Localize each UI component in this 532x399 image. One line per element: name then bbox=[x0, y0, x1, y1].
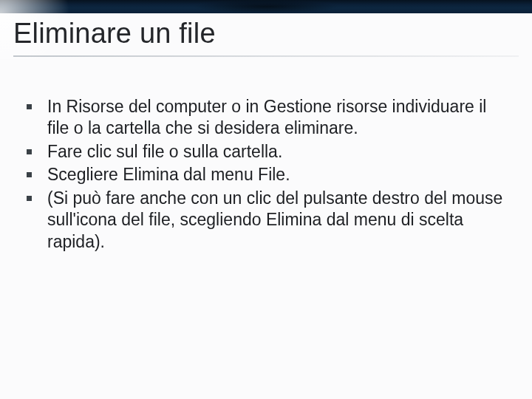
list-item: Scegliere Elimina dal menu File. bbox=[16, 164, 505, 185]
list-item-text: Scegliere Elimina dal menu File. bbox=[47, 165, 290, 184]
slide-title: Eliminare un file bbox=[13, 13, 519, 54]
bullet-icon bbox=[27, 172, 32, 177]
list-item: (Si può fare anche con un clic del pulsa… bbox=[16, 188, 505, 253]
bullet-list: In Risorse del computer o in Gestione ri… bbox=[16, 96, 505, 253]
list-item-text: In Risorse del computer o in Gestione ri… bbox=[47, 97, 486, 137]
list-item: Fare clic sul file o sulla cartella. bbox=[16, 141, 505, 163]
list-item-text: Fare clic sul file o sulla cartella. bbox=[47, 142, 282, 161]
bullet-icon bbox=[27, 149, 32, 154]
bullet-icon bbox=[27, 104, 32, 109]
title-area: Eliminare un file bbox=[13, 13, 519, 57]
title-underline bbox=[13, 55, 519, 57]
list-item: In Risorse del computer o in Gestione ri… bbox=[16, 96, 505, 140]
list-item-text: (Si può fare anche con un clic del pulsa… bbox=[47, 188, 502, 251]
slide: Eliminare un file In Risorse del compute… bbox=[0, 0, 532, 399]
bullet-icon bbox=[27, 196, 32, 201]
body-area: In Risorse del computer o in Gestione ri… bbox=[16, 96, 505, 254]
